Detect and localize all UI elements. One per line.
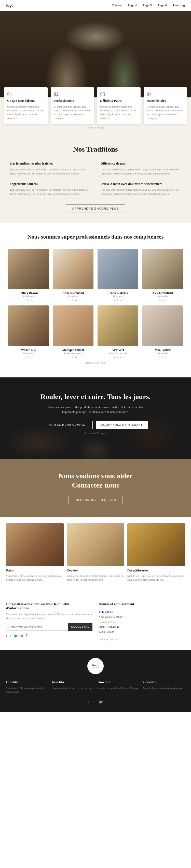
email-input[interactable] bbox=[6, 623, 68, 631]
nav-page6[interactable]: Page 6 bbox=[158, 3, 167, 7]
feature-num-4: 04 bbox=[147, 91, 184, 97]
team-name-jeffrey: Jeffrey Brown bbox=[8, 291, 49, 295]
footer-col-1: Gros titre Sample text. Click to select … bbox=[6, 680, 48, 694]
instagram-icon[interactable]: © bbox=[161, 356, 163, 358]
dark-text: Nous savons qu'offrir des produits de la… bbox=[45, 405, 146, 414]
instagram-icon[interactable]: © bbox=[161, 299, 163, 301]
product-cookies: Cookies Sample text. Click to select the… bbox=[67, 523, 124, 582]
footer-bird-icon[interactable]: 🐦 bbox=[99, 700, 103, 704]
linkedin-icon[interactable]: in bbox=[20, 634, 23, 638]
menu-button[interactable]: VOIR LE MENU COMPLET bbox=[43, 421, 93, 429]
feature-title-3: Délicieux Pains bbox=[100, 99, 138, 103]
pastry-image bbox=[127, 523, 185, 566]
feature-title-2: Professionnels bbox=[54, 99, 91, 103]
newsletter-column: Enregistrez-vous pour recevoir le bullet… bbox=[6, 602, 92, 642]
location-column: Heures et emplacement 34 E 13th St. New … bbox=[99, 602, 185, 642]
feature-card-4: 04 Notre histoire Ut enim ad minim venia… bbox=[144, 87, 187, 124]
location-phone[interactable]: (123) 456-2353 bbox=[99, 620, 185, 623]
facebook-icon[interactable]: f bbox=[114, 299, 115, 301]
instagram-icon[interactable]: © bbox=[116, 299, 118, 301]
facebook-icon[interactable]: f bbox=[70, 356, 70, 358]
linkedin-icon[interactable]: in bbox=[30, 356, 32, 358]
team-social-jeffrey: f © in bbox=[8, 299, 49, 301]
contact-heading: Nous voulons vous aider Contactez-nous bbox=[10, 471, 181, 490]
facebook-icon[interactable]: f bbox=[25, 299, 25, 301]
nav-page5[interactable]: Page 5 bbox=[143, 3, 152, 7]
footer-columns: Gros titre Sample text. Click to select … bbox=[6, 680, 185, 694]
email-form: SOUMETTRE bbox=[6, 623, 92, 631]
location-hours: Lundi - Dimanche bbox=[99, 624, 185, 629]
feature-num-1: 01 bbox=[7, 91, 45, 97]
tradition-title-3: Ingrédients sourcés bbox=[10, 182, 90, 186]
footer-facebook-icon[interactable]: f bbox=[88, 700, 89, 704]
nav-bakery[interactable]: Bakery bbox=[112, 3, 122, 7]
instagram-icon[interactable]: © bbox=[72, 356, 74, 358]
linkedin-icon[interactable]: in bbox=[120, 356, 121, 358]
nav-logo: logo bbox=[6, 3, 13, 8]
cookies-text: Sample text. Click to select the text bo… bbox=[67, 574, 124, 582]
tradition-item-2: Différence de pain Duis aute irure dolor… bbox=[101, 161, 181, 176]
facebook-icon[interactable]: f bbox=[6, 634, 7, 638]
nav-page4[interactable]: Page 4 bbox=[128, 3, 137, 7]
footer-logo-area: Bakery BAKERY bbox=[6, 658, 185, 674]
footer-col-2: Gros titre Sample de texte de pied de pi… bbox=[52, 680, 94, 694]
team-photo-alex-g bbox=[142, 249, 183, 289]
footer-col4-title: Gros titre bbox=[143, 680, 185, 684]
team-name-walter: Walter Lily bbox=[8, 348, 49, 352]
cookies-image bbox=[67, 523, 124, 566]
instagram-icon[interactable]: © bbox=[27, 356, 29, 358]
linkedin-icon[interactable]: in bbox=[75, 299, 77, 301]
nav-links: Bakery Page 4 Page 5 Page 6 Landing bbox=[112, 3, 185, 7]
team-grid: Jeffrey Brown Propriétaire f © in Anne R… bbox=[8, 249, 183, 358]
contact-info-button[interactable]: INFORMATIONS REQUISES bbox=[69, 496, 122, 504]
instagram-icon[interactable]: © bbox=[116, 356, 118, 358]
navbar: logo Bakery Page 4 Page 5 Page 6 Landing bbox=[0, 0, 191, 11]
feature-text-4: Ut enim ad minim veniam, quis nostrud ex… bbox=[147, 105, 184, 120]
tradition-text-3: Duis aute irure dolor in reprehenderit i… bbox=[10, 188, 90, 196]
feature-text-2: Ut enim ad minim veniam, quis nostrud ex… bbox=[54, 105, 91, 120]
products-section: Pains Sample text. Click to select the t… bbox=[0, 517, 191, 594]
linkedin-icon[interactable]: in bbox=[75, 356, 77, 358]
team-social-walter: f © in bbox=[8, 356, 49, 358]
team-photo-mila bbox=[142, 305, 183, 346]
instagram-icon[interactable]: © bbox=[72, 299, 74, 301]
team-role-alex-v: Partenaire associé bbox=[98, 352, 138, 355]
cookies-title: Cookies bbox=[67, 568, 124, 572]
team-heading: Nous sommes super professionnels dans no… bbox=[8, 233, 183, 241]
pinterest-icon[interactable]: P bbox=[25, 634, 28, 638]
team-member-4: Walter Lily Partenaire f © in bbox=[8, 305, 49, 358]
footer-col2-text: Sample de texte de pied de pied de page. bbox=[52, 686, 94, 690]
learn-more-button[interactable]: APPRENDRE ENCORE PLUS bbox=[66, 204, 125, 213]
facebook-icon[interactable]: f bbox=[159, 299, 160, 301]
facebook-icon[interactable]: f bbox=[25, 356, 25, 358]
facebook-icon[interactable]: f bbox=[159, 356, 160, 358]
footer-twitter-icon[interactable]: t bbox=[93, 700, 94, 704]
footer-logo-circle: Bakery BAKERY bbox=[87, 658, 104, 674]
bird-icon[interactable]: 🐦 bbox=[13, 634, 18, 638]
team-social-jennie: f © in bbox=[98, 299, 138, 301]
team-photo-alex-v bbox=[98, 305, 138, 346]
team-section: Nous sommes super professionnels dans no… bbox=[0, 223, 191, 377]
footer-col1-title: Gros titre bbox=[6, 680, 48, 684]
team-role-monique: Partenaire associé bbox=[53, 352, 94, 355]
dark-buttons: VOIR LE MENU COMPLET COMMANDEZ MAINTENAN… bbox=[10, 421, 181, 429]
signup-button[interactable]: SOUMETTRE bbox=[68, 623, 92, 631]
facebook-icon[interactable]: f bbox=[70, 299, 70, 301]
nav-landing[interactable]: Landing bbox=[173, 3, 185, 7]
dark-image-credit: Image de Freepik bbox=[45, 431, 146, 436]
linkedin-icon[interactable]: in bbox=[120, 299, 121, 301]
tradition-text-1: Duis aute irure dolor in reprehenderit i… bbox=[10, 167, 90, 176]
team-member-1: Anne Richmond Partenaire f © in bbox=[53, 249, 94, 302]
team-photo-monique bbox=[53, 305, 94, 346]
newsletter-text: Vous voulez être le premier à lire nos a… bbox=[6, 612, 92, 620]
instagram-icon[interactable]: © bbox=[27, 299, 29, 301]
linkedin-icon[interactable]: in bbox=[30, 299, 32, 301]
twitter-icon[interactable]: t bbox=[10, 634, 11, 638]
team-member-0: Jeffrey Brown Propriétaire f © in bbox=[8, 249, 49, 302]
facebook-icon[interactable]: f bbox=[114, 356, 115, 358]
linkedin-icon[interactable]: in bbox=[165, 356, 166, 358]
linkedin-icon[interactable]: in bbox=[165, 299, 166, 301]
order-button[interactable]: COMMANDEZ MAINTENANT bbox=[96, 421, 148, 429]
tradition-item-3: Ingrédients sourcés Duis aute irure dolo… bbox=[10, 182, 90, 196]
footer-col3-title: Gros titre bbox=[98, 680, 139, 684]
